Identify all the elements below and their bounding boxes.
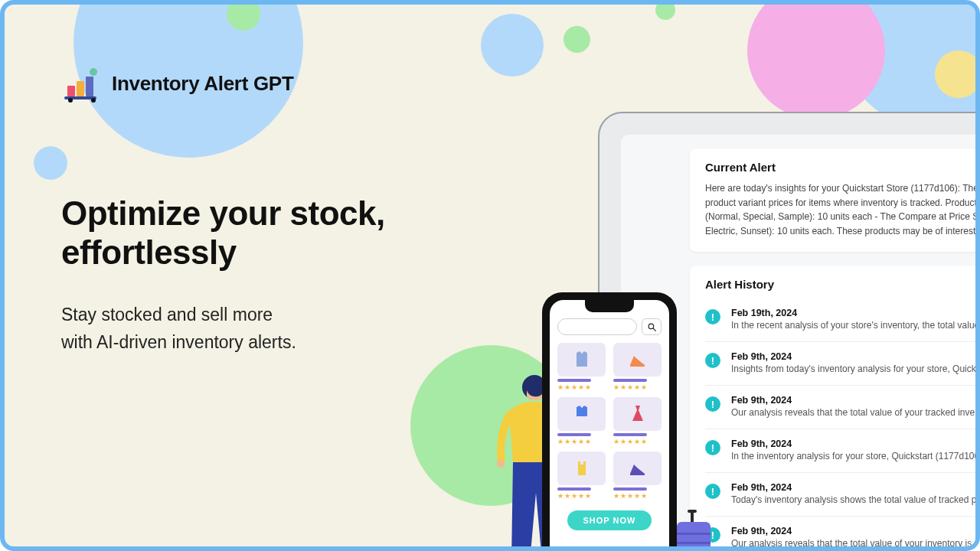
alert-history-item: ! Feb 9th, 2024 Today's inventory analys… — [705, 473, 980, 517]
phone-illustration: ★★★★★ ★★★★★ ★★★★★ ★★★★★ ★★★★★ — [542, 292, 677, 551]
suitcase-illustration — [672, 510, 718, 551]
svg-rect-13 — [688, 510, 697, 513]
svg-line-8 — [653, 328, 655, 331]
shop-now-button: SHOP NOW — [567, 510, 652, 530]
history-desc: In the recent analysis of your store's i… — [731, 320, 980, 331]
svg-rect-16 — [677, 542, 710, 544]
phone-notch — [585, 300, 634, 312]
marketing-frame: Inventory Alert GPT Optimize your stock,… — [0, 0, 980, 551]
hero-sub-line1: Stay stocked and sell more — [61, 305, 273, 324]
hero-headline: Optimize your stock, effortlessly — [61, 194, 475, 272]
search-icon — [642, 318, 662, 335]
history-date: Feb 9th, 2024 — [731, 351, 980, 362]
history-date: Feb 9th, 2024 — [731, 439, 980, 449]
alert-history-item: ! Feb 19th, 2024 In the recent analysis … — [705, 298, 980, 342]
svg-rect-15 — [677, 533, 710, 535]
alert-history-item: ! Feb 9th, 2024 Our analysis reveals tha… — [705, 386, 980, 429]
phone-search-row — [557, 318, 662, 335]
svg-point-7 — [648, 324, 654, 329]
history-desc: In the inventory analysis for your store… — [731, 451, 980, 461]
history-desc: Insights from today's inventory analysis… — [731, 364, 980, 374]
bg-circle — [747, 0, 885, 119]
info-icon: ! — [705, 440, 720, 455]
history-date: Feb 9th, 2024 — [731, 482, 980, 493]
info-icon: ! — [705, 353, 720, 368]
product-card: ★★★★★ — [557, 397, 606, 445]
svg-rect-14 — [677, 522, 710, 551]
dress-icon — [613, 397, 662, 431]
history-date: Feb 9th, 2024 — [731, 526, 980, 536]
svg-point-3 — [90, 68, 97, 76]
hero-sub-line2: with AI-driven inventory alerts. — [61, 332, 296, 352]
current-alert-body: Here are today's insights for your Quick… — [705, 181, 980, 238]
bg-circle — [655, 0, 675, 20]
svg-rect-0 — [67, 86, 75, 96]
hero-title-line1: Optimize your stock, — [61, 194, 385, 232]
hero-subtitle: Stay stocked and sell more with AI-drive… — [61, 302, 444, 356]
phone-product-grid: ★★★★★ ★★★★★ ★★★★★ ★★★★★ ★★★★★ — [557, 343, 662, 500]
phone-search-input — [557, 318, 637, 335]
hero-title-line2: effortlessly — [61, 233, 237, 271]
history-date: Feb 9th, 2024 — [731, 395, 980, 406]
svg-point-5 — [68, 98, 73, 103]
heel-icon — [613, 452, 662, 485]
product-card: ★★★★★ — [557, 343, 606, 391]
product-card: ★★★★★ — [557, 452, 606, 500]
heel-icon — [613, 343, 662, 377]
product-card: ★★★★★ — [613, 452, 662, 500]
tank-top-icon — [557, 452, 606, 485]
product-card: ★★★★★ — [613, 397, 662, 445]
svg-rect-2 — [86, 77, 93, 96]
jacket-icon — [557, 343, 606, 377]
brand-name: Inventory Alert GPT — [112, 72, 294, 96]
history-desc: Our analysis reveals that the total valu… — [731, 538, 980, 549]
history-desc: Today's inventory analysis shows the tot… — [731, 494, 980, 505]
history-desc: Our analysis reveals that the total valu… — [731, 407, 980, 418]
current-alert-heading: Current Alert — [705, 161, 980, 174]
alert-history-heading: Alert History — [705, 278, 980, 291]
phone-screen: ★★★★★ ★★★★★ ★★★★★ ★★★★★ ★★★★★ — [550, 300, 669, 551]
info-icon: ! — [705, 309, 720, 324]
history-date: Feb 19th, 2024 — [731, 308, 980, 318]
info-icon: ! — [705, 396, 720, 412]
alert-history-item: ! Feb 9th, 2024 Our analysis reveals tha… — [705, 517, 980, 551]
info-icon: ! — [705, 484, 720, 499]
bg-circle — [34, 146, 67, 180]
shirt-icon — [557, 397, 606, 431]
bg-circle — [481, 14, 544, 77]
bg-circle — [564, 26, 590, 53]
alert-history-item: ! Feb 9th, 2024 Insights from today's in… — [705, 342, 980, 386]
current-alert-card: Current Alert Here are today's insights … — [690, 148, 980, 252]
svg-point-6 — [91, 98, 96, 103]
product-card: ★★★★★ — [613, 343, 662, 391]
svg-point-11 — [497, 460, 505, 468]
svg-rect-1 — [77, 81, 84, 96]
bg-circle — [935, 51, 980, 98]
alert-history-card: Alert History ! Feb 19th, 2024 In the re… — [690, 266, 980, 551]
alert-history-item: ! Feb 9th, 2024 In the inventory analysi… — [705, 429, 980, 473]
brand-logo-icon — [63, 64, 101, 103]
brand-lockup: Inventory Alert GPT — [63, 64, 294, 103]
